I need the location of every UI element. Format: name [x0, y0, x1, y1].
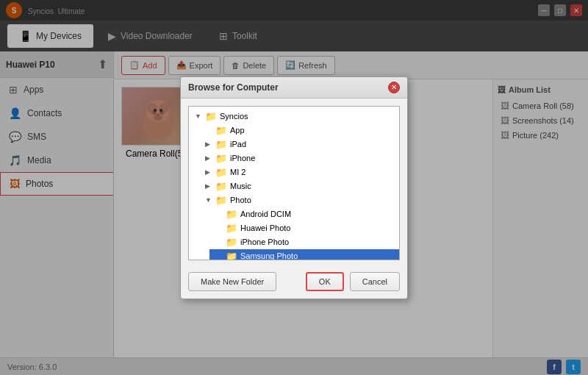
tree-item-label: Photo — [230, 196, 251, 204]
tree-item-label: iPhone Photo — [240, 238, 289, 246]
tree-item-label: Syncios — [220, 112, 248, 121]
tree-item-label: Samsung Photo — [240, 251, 298, 260]
dialog-title-bar: Browse for Computer ✕ — [181, 77, 407, 99]
tree-item[interactable]: ▼📁Photo — [199, 193, 399, 207]
tree-item[interactable]: ▼📁Syncios — [189, 110, 399, 124]
dialog-overlay: Browse for Computer ✕ ▼📁Syncios📁App▶📁iPa… — [0, 0, 588, 375]
folder-icon: 📁 — [226, 251, 237, 260]
tree-item-label: iPhone — [230, 154, 255, 162]
folder-icon: 📁 — [205, 111, 217, 122]
folder-icon: 📁 — [226, 209, 237, 220]
tree-item[interactable]: 📁iPhone Photo — [209, 235, 399, 249]
make-new-folder-button[interactable]: Make New Folder — [188, 272, 276, 291]
tree-item[interactable]: 📁Huawei Photo — [209, 221, 399, 235]
dialog-footer: Make New Folder OK Cancel — [181, 268, 407, 299]
dialog-title: Browse for Computer — [188, 82, 279, 93]
browse-dialog: Browse for Computer ✕ ▼📁Syncios📁App▶📁iPa… — [180, 76, 408, 299]
tree-item[interactable]: 📁Android DCIM — [209, 207, 399, 221]
tree-item[interactable]: 📁Samsung Photo — [209, 249, 399, 260]
folder-icon: 📁 — [226, 223, 237, 234]
tree-item-label: MI 2 — [230, 168, 245, 176]
folder-icon: 📁 — [215, 167, 227, 178]
folder-icon: 📁 — [215, 125, 227, 136]
tree-item-label: Huawei Photo — [240, 224, 291, 232]
cancel-button[interactable]: Cancel — [350, 272, 400, 291]
tree-item-label: Android DCIM — [240, 210, 291, 218]
ok-button[interactable]: OK — [306, 272, 344, 291]
tree-item[interactable]: ▶📁Music — [199, 179, 399, 193]
tree-item-label: App — [230, 126, 245, 135]
folder-icon: 📁 — [215, 139, 227, 150]
folder-icon: 📁 — [215, 195, 227, 206]
dialog-body: ▼📁Syncios📁App▶📁iPad▶📁iPhone▶📁MI 2▶📁Music… — [181, 99, 407, 268]
tree-item[interactable]: ▶📁iPad — [199, 138, 399, 151]
tree-item[interactable]: ▶📁MI 2 — [199, 165, 399, 179]
folder-icon: 📁 — [215, 181, 227, 192]
tree-item-label: iPad — [230, 140, 246, 149]
folder-icon: 📁 — [215, 153, 227, 164]
tree-item[interactable]: ▶📁iPhone — [199, 151, 399, 165]
tree-item[interactable]: 📁App — [199, 124, 399, 138]
tree-item-label: Music — [230, 182, 251, 190]
dialog-close-button[interactable]: ✕ — [388, 82, 400, 93]
file-tree[interactable]: ▼📁Syncios📁App▶📁iPad▶📁iPhone▶📁MI 2▶📁Music… — [188, 106, 400, 260]
folder-icon: 📁 — [226, 237, 237, 248]
